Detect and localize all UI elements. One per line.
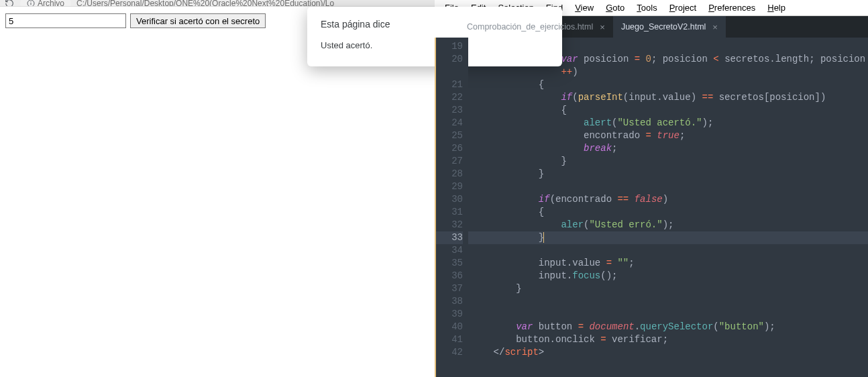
menu-tools[interactable]: Tools [631, 1, 663, 14]
code-line[interactable]: input.focus(); [468, 270, 868, 282]
close-icon[interactable]: × [600, 22, 605, 32]
line-number: 20 [435, 53, 463, 66]
tab-bar: ◀ ▶ Comprobación_de_ejercicios.html×Jueg… [435, 16, 868, 38]
code-line[interactable]: var button = document.querySelector("but… [468, 321, 868, 333]
line-number: 33 [435, 231, 463, 244]
code-line[interactable]: { [468, 206, 868, 219]
line-number: 38 [435, 295, 463, 308]
menu-goto[interactable]: Goto [600, 1, 631, 14]
code-area[interactable]: 1920212223242526272829303132333435363738… [435, 38, 868, 377]
code-line[interactable]: { [468, 78, 868, 91]
code-line[interactable]: aler("Usted erró."); [468, 219, 868, 231]
code-line[interactable]: break; [468, 142, 868, 155]
svg-rect-2 [31, 1, 32, 2]
line-number: 21 [435, 78, 463, 91]
code-content[interactable]: for(var posicion = 0; posicion < secreto… [468, 38, 868, 377]
guess-input[interactable] [5, 13, 126, 28]
line-number [435, 66, 463, 78]
code-line[interactable]: } [468, 282, 868, 295]
line-number: 25 [435, 129, 463, 142]
line-number: 37 [435, 282, 463, 295]
line-number: 31 [435, 206, 463, 219]
code-line[interactable]: </script> [468, 346, 868, 359]
code-line[interactable]: button.onclick = verificar; [468, 333, 868, 346]
code-line[interactable] [468, 295, 868, 308]
line-number: 29 [435, 180, 463, 193]
menu-help[interactable]: Help [761, 1, 792, 14]
line-number: 19 [435, 40, 463, 53]
tab-juego_secretov2-html[interactable]: Juego_SecretoV2.html× [613, 16, 726, 38]
line-number: 32 [435, 219, 463, 231]
line-number: 22 [435, 91, 463, 104]
site-info[interactable]: Archivo [20, 0, 71, 7]
code-line[interactable]: } [468, 155, 868, 168]
menu-view[interactable]: View [569, 1, 600, 14]
code-line[interactable]: ++) [468, 66, 868, 78]
line-number: 42 [435, 346, 463, 359]
tab-label: Comprobación_de_ejercicios.html [467, 22, 593, 32]
line-gutter: 1920212223242526272829303132333435363738… [435, 38, 468, 377]
address-bar: Archivo C:/Users/Personal/Desktop/ONE%20… [0, 0, 435, 7]
line-number: 24 [435, 117, 463, 129]
tab-comprobaci-n_de_ejercicios-html[interactable]: Comprobación_de_ejercicios.html× [459, 16, 613, 38]
code-line[interactable]: if(parseInt(input.value) == secretos[pos… [468, 91, 868, 104]
tab-label: Juego_SecretoV2.html [621, 22, 706, 32]
menu-preferences[interactable]: Preferences [702, 1, 761, 14]
code-line[interactable]: if(encontrado == false) [468, 193, 868, 206]
line-number: 23 [435, 104, 463, 117]
url-text[interactable]: C:/Users/Personal/Desktop/ONE%20(Oracle%… [76, 0, 334, 7]
svg-rect-1 [31, 3, 32, 5]
code-line[interactable]: input.value = ""; [468, 257, 868, 270]
menu-project[interactable]: Project [663, 1, 702, 14]
code-line[interactable]: } [468, 168, 868, 180]
browser-window: Archivo C:/Users/Personal/Desktop/ONE%20… [0, 0, 435, 377]
code-line[interactable]: encontrado = true; [468, 129, 868, 142]
verify-button[interactable]: Verificar si acertó con el secreto [130, 13, 266, 28]
code-line[interactable]: { [468, 104, 868, 117]
close-icon[interactable]: × [712, 22, 718, 32]
line-number: 36 [435, 270, 463, 282]
line-number: 34 [435, 244, 463, 257]
code-line[interactable]: } [468, 231, 868, 244]
code-line[interactable] [468, 244, 868, 257]
line-number: 28 [435, 168, 463, 180]
addr-scheme-label: Archivo [38, 0, 64, 7]
line-number: 26 [435, 142, 463, 155]
code-line[interactable]: alert("Usted acertó."); [468, 117, 868, 129]
line-number: 27 [435, 155, 463, 168]
line-number: 39 [435, 308, 463, 321]
code-line[interactable] [468, 180, 868, 193]
reload-icon[interactable] [4, 0, 15, 7]
line-number: 35 [435, 257, 463, 270]
code-line[interactable] [468, 308, 868, 321]
line-number: 30 [435, 193, 463, 206]
line-number: 41 [435, 333, 463, 346]
line-number: 40 [435, 321, 463, 333]
